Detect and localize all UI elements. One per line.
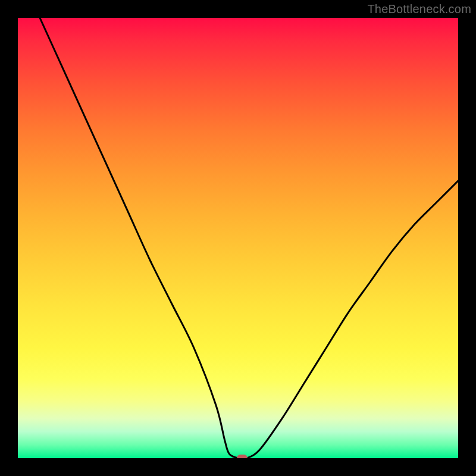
bottleneck-chart: TheBottleneck.com [0, 0, 476, 476]
plot-area [18, 18, 458, 458]
bottleneck-curve-line [40, 18, 458, 458]
optimal-point-marker [237, 455, 248, 458]
curve-layer [18, 18, 458, 458]
watermark-label: TheBottleneck.com [367, 2, 471, 16]
